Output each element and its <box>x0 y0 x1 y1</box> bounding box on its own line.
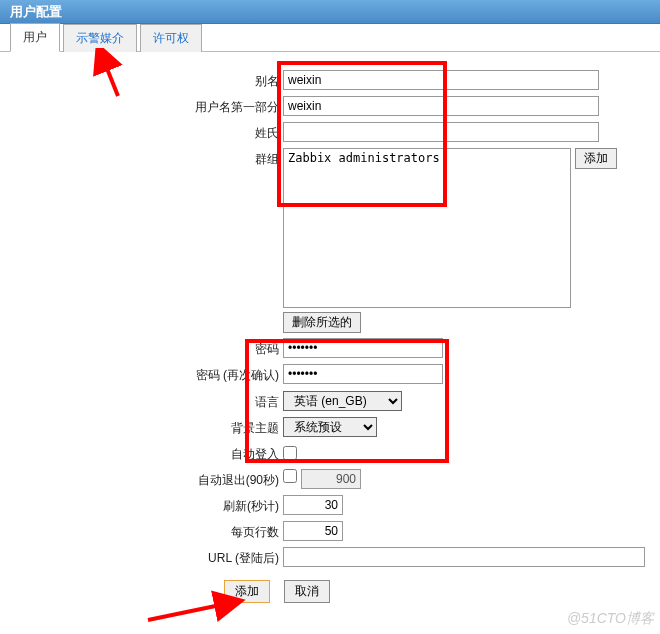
password-label: 密码 <box>0 338 283 358</box>
theme-label: 背景主题 <box>0 417 283 437</box>
tab-user[interactable]: 用户 <box>10 23 60 52</box>
autologin-checkbox[interactable] <box>283 446 297 460</box>
autologout-checkbox[interactable] <box>283 469 297 483</box>
surname-label: 姓氏 <box>0 122 283 142</box>
rows-label: 每页行数 <box>0 521 283 541</box>
autologout-label: 自动退出(90秒) <box>0 469 283 489</box>
autologout-input[interactable] <box>301 469 361 489</box>
page-title: 用户配置 <box>10 4 62 19</box>
alias-input[interactable] <box>283 70 599 90</box>
url-label: URL (登陆后) <box>0 547 283 567</box>
password-confirm-input[interactable] <box>283 364 443 384</box>
groups-list[interactable]: Zabbix administrators <box>283 148 571 308</box>
tab-row: 用户 示警媒介 许可权 <box>0 24 660 52</box>
surname-input[interactable] <box>283 122 599 142</box>
groups-label: 群组 <box>0 148 283 168</box>
add-group-button[interactable]: 添加 <box>575 148 617 169</box>
cancel-button[interactable]: 取消 <box>284 580 330 603</box>
svg-line-3 <box>148 603 230 620</box>
tab-permissions[interactable]: 许可权 <box>140 24 202 52</box>
refresh-label: 刷新(秒计) <box>0 495 283 515</box>
submit-button[interactable]: 添加 <box>224 580 270 603</box>
autologin-label: 自动登入 <box>0 443 283 463</box>
form-area: 别名 用户名第一部分 姓氏 群组 Zabbix administrators 添… <box>0 52 660 603</box>
rows-input[interactable] <box>283 521 343 541</box>
tab-media[interactable]: 示警媒介 <box>63 24 137 52</box>
page-title-bar: 用户配置 <box>0 0 660 24</box>
theme-select[interactable]: 系统预设 <box>283 417 377 437</box>
url-input[interactable] <box>283 547 645 567</box>
language-label: 语言 <box>0 391 283 411</box>
alias-label: 别名 <box>0 70 283 90</box>
watermark: @51CTO博客 <box>567 610 654 628</box>
language-select[interactable]: 英语 (en_GB) <box>283 391 402 411</box>
password-confirm-label: 密码 (再次确认) <box>0 364 283 384</box>
delete-selected-button[interactable]: 删除所选的 <box>283 312 361 333</box>
name-label: 用户名第一部分 <box>0 96 283 116</box>
name-input[interactable] <box>283 96 599 116</box>
password-input[interactable] <box>283 338 443 358</box>
button-row: 添加 取消 <box>224 580 660 603</box>
refresh-input[interactable] <box>283 495 343 515</box>
